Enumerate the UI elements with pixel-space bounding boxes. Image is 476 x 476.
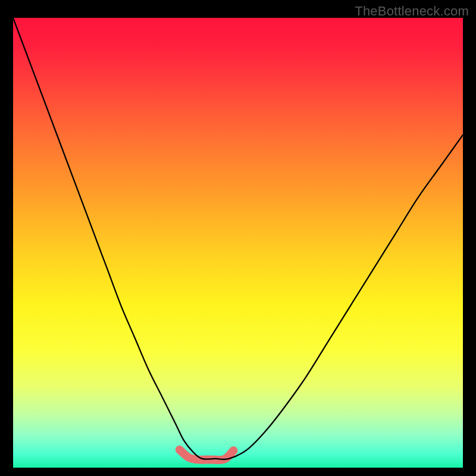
plot-gradient-area: [13, 18, 463, 468]
sweet-spot-highlight: [180, 450, 234, 460]
bottleneck-curve-line: [13, 18, 463, 459]
watermark-text: TheBottleneck.com: [355, 4, 469, 19]
chart-svg: [13, 18, 463, 468]
chart-frame: { "watermark": "TheBottleneck.com", "col…: [0, 0, 476, 476]
